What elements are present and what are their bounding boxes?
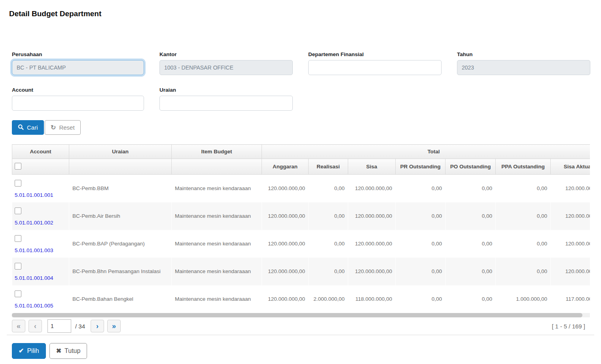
empty-header-cell	[69, 159, 172, 175]
anggaran-cell: 120.000.000,00	[262, 285, 309, 313]
ppa-outstanding-cell: 0,00	[496, 230, 551, 258]
cari-button[interactable]: Cari	[12, 120, 44, 135]
horizontal-scrollbar	[12, 313, 590, 317]
sisa-cell: 120.000.000,00	[348, 202, 396, 230]
footer-divider	[7, 335, 594, 335]
budget-table-viewport: Account Uraian Item Budget Total Anggara…	[12, 144, 590, 313]
perusahaan-input[interactable]	[12, 60, 144, 75]
col-header-realisasi: Realisasi	[309, 159, 348, 175]
row-checkbox[interactable]	[15, 263, 21, 270]
account-link[interactable]: 5.01.01.001.005	[15, 303, 67, 309]
budget-table: Account Uraian Item Budget Total Anggara…	[12, 144, 590, 313]
item-budget-cell: Maintenance mesin kendaraaan	[172, 285, 262, 313]
table-row: 5.01.01.001.002 BC-Pemb.Air Bersih Maint…	[12, 202, 590, 230]
pr-outstanding-cell: 0,00	[396, 202, 446, 230]
tahun-label: Tahun	[457, 51, 590, 57]
empty-header-cell	[172, 159, 262, 175]
po-outstanding-cell: 0,00	[446, 202, 496, 230]
detail-budget-department-dialog: Detail Budget Department Perusahaan Kant…	[0, 0, 601, 364]
pr-outstanding-cell: 0,00	[396, 258, 446, 285]
item-budget-cell: Maintenance mesin kendaraaan	[172, 202, 262, 230]
col-header-account: Account	[12, 145, 69, 159]
po-outstanding-cell: 0,00	[446, 258, 496, 285]
sisa-aktual-cell: 120.000.000,00	[551, 175, 590, 202]
anggaran-cell: 120.000.000,00	[262, 230, 309, 258]
col-header-anggaran: Anggaran	[262, 159, 309, 175]
realisasi-cell: 0,00	[309, 258, 348, 285]
uraian-label: Uraian	[159, 87, 293, 93]
anggaran-cell: 120.000.000,00	[262, 258, 309, 285]
account-link[interactable]: 5.01.01.001.001	[15, 192, 67, 198]
account-link[interactable]: 5.01.01.001.002	[15, 220, 67, 226]
uraian-cell: BC-Pemb.BAP (Perdagangan)	[69, 230, 172, 258]
cari-button-label: Cari	[27, 124, 38, 131]
uraian-cell: BC-Pemb.Bhn Pemasangan Instalasi	[69, 258, 172, 285]
pr-outstanding-cell: 0,00	[396, 285, 446, 313]
close-icon: ✖	[56, 348, 61, 354]
horizontal-scrollbar-thumb[interactable]	[12, 313, 582, 317]
departemen-finansial-label: Departemen Finansial	[308, 51, 442, 57]
realisasi-cell: 0,00	[309, 202, 348, 230]
perusahaan-label: Perusahaan	[12, 51, 144, 57]
col-header-sisa-aktual: Sisa Aktual	[551, 159, 590, 175]
pilih-button[interactable]: ✔ Pilih	[12, 343, 46, 359]
uraian-cell: BC-Pemb.Bahan Bengkel	[69, 285, 172, 313]
check-icon: ✔	[19, 348, 24, 354]
sisa-cell: 120.000.000,00	[348, 258, 396, 285]
row-checkbox[interactable]	[15, 207, 21, 214]
account-link[interactable]: 5.01.01.001.003	[15, 247, 67, 253]
tutup-button[interactable]: ✖ Tutup	[49, 343, 87, 359]
page-title: Detail Budget Department	[9, 9, 101, 18]
record-range-label: [ 1 - 5 / 169 ]	[552, 323, 585, 330]
sisa-aktual-cell: 120.000.000,00	[551, 258, 590, 285]
sisa-aktual-cell: 120.000.000,00	[551, 230, 590, 258]
po-outstanding-cell: 0,00	[446, 230, 496, 258]
ppa-outstanding-cell: 0,00	[496, 202, 551, 230]
row-checkbox[interactable]	[15, 235, 21, 242]
uraian-cell: BC-Pemb.BBM	[69, 175, 172, 202]
row-checkbox[interactable]	[15, 180, 21, 187]
account-link[interactable]: 5.01.01.001.004	[15, 275, 67, 281]
page-number-input[interactable]	[47, 319, 71, 333]
item-budget-cell: Maintenance mesin kendaraaan	[172, 230, 262, 258]
pagination-bar: « ‹ / 34 › » [ 1 - 5 / 169 ]	[12, 319, 590, 334]
account-input[interactable]	[12, 96, 144, 111]
search-icon	[18, 124, 24, 131]
kantor-input[interactable]	[159, 60, 293, 75]
ppa-outstanding-cell: 0,00	[496, 258, 551, 285]
table-row: 5.01.01.001.001 BC-Pemb.BBM Maintenance …	[12, 175, 590, 202]
anggaran-cell: 120.000.000,00	[262, 202, 309, 230]
tahun-input[interactable]	[457, 60, 590, 75]
account-label: Account	[12, 87, 144, 93]
kantor-label: Kantor	[159, 51, 293, 57]
pilih-button-label: Pilih	[27, 347, 39, 355]
uraian-input[interactable]	[159, 96, 293, 111]
realisasi-cell: 0,00	[309, 230, 348, 258]
reset-button[interactable]: ↻ Reset	[45, 120, 81, 135]
sisa-cell: 118.000.000,00	[348, 285, 396, 313]
refresh-icon: ↻	[51, 124, 56, 131]
last-page-button[interactable]: »	[107, 320, 121, 332]
uraian-cell: BC-Pemb.Air Bersih	[69, 202, 172, 230]
sisa-aktual-cell: 120.000.000,00	[551, 202, 590, 230]
item-budget-cell: Maintenance mesin kendaraaan	[172, 258, 262, 285]
sisa-aktual-cell: 117.000.000,00	[551, 285, 590, 313]
col-header-sisa: Sisa	[348, 159, 396, 175]
prev-page-button[interactable]: ‹	[28, 320, 42, 332]
first-page-button[interactable]: «	[12, 320, 25, 332]
col-header-po-outstanding: PO Outstanding	[446, 159, 496, 175]
departemen-finansial-input[interactable]	[308, 60, 442, 75]
select-all-checkbox[interactable]	[15, 163, 21, 170]
ppa-outstanding-cell: 1.000.000,00	[496, 285, 551, 313]
pr-outstanding-cell: 0,00	[396, 230, 446, 258]
reset-button-label: Reset	[59, 124, 74, 131]
ppa-outstanding-cell: 0,00	[496, 175, 551, 202]
po-outstanding-cell: 0,00	[446, 175, 496, 202]
next-page-button[interactable]: ›	[91, 320, 104, 332]
anggaran-cell: 120.000.000,00	[262, 175, 309, 202]
table-row: 5.01.01.001.005 BC-Pemb.Bahan Bengkel Ma…	[12, 285, 590, 313]
row-checkbox[interactable]	[15, 290, 21, 297]
po-outstanding-cell: 0,00	[446, 285, 496, 313]
sisa-cell: 120.000.000,00	[348, 230, 396, 258]
col-header-ppa-outstanding: PPA Outstanding	[496, 159, 551, 175]
